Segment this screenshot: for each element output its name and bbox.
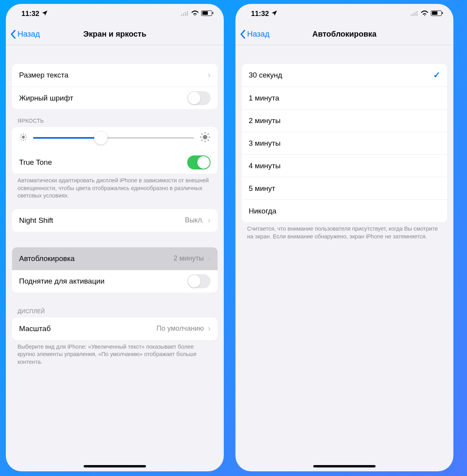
text-group: Размер текста › Жирный шрифт — [12, 64, 218, 109]
true-tone-toggle[interactable] — [187, 155, 211, 169]
zoom-group: Масштаб По умолчанию › — [12, 317, 218, 340]
auto-lock-row[interactable]: Автоблокировка 2 минуты › — [12, 247, 218, 270]
nav-bar: Назад Экран и яркость — [6, 23, 224, 45]
location-arrow-icon — [42, 10, 48, 18]
svg-line-9 — [21, 134, 21, 135]
autolock-option-label: Никогда — [249, 207, 276, 215]
autolock-option-label: 2 минуты — [249, 116, 281, 125]
true-tone-row: True Tone — [12, 151, 218, 174]
autolock-option[interactable]: 2 минуты — [242, 109, 447, 132]
brightness-slider-knob[interactable] — [94, 131, 107, 145]
brightness-header: ЯРКОСТЬ — [6, 109, 224, 127]
autolock-footer: Считается, что внимание пользователя при… — [235, 222, 453, 242]
raise-to-wake-row: Поднятие для активации — [12, 270, 218, 293]
brightness-group: True Tone — [12, 127, 218, 174]
nav-bar: Назад Автоблокировка — [235, 23, 453, 45]
status-time: 11:32 — [21, 10, 39, 18]
svg-line-10 — [25, 139, 26, 140]
phone-autolock: 11:32 Назад — [235, 4, 453, 471]
svg-point-13 — [203, 135, 207, 139]
svg-rect-25 — [416, 11, 418, 16]
raise-to-wake-toggle[interactable] — [187, 274, 211, 288]
back-label: Назад — [247, 30, 269, 39]
auto-lock-value: 2 минуты — [174, 254, 204, 263]
svg-rect-2 — [185, 12, 186, 16]
autolock-group: Автоблокировка 2 минуты › Поднятие для а… — [12, 247, 218, 293]
settings-content: Размер текста › Жирный шрифт ЯРКОСТЬ — [6, 45, 224, 471]
zoom-value: По умолчанию — [156, 324, 204, 333]
night-shift-value: Выкл. — [185, 216, 204, 224]
display-header: ДИСПЛЕЙ — [6, 293, 224, 317]
brightness-slider[interactable] — [33, 137, 194, 139]
chevron-left-icon — [240, 30, 246, 39]
svg-rect-0 — [181, 14, 182, 16]
svg-rect-1 — [183, 13, 184, 16]
autolock-option[interactable]: 1 минута — [242, 86, 447, 109]
chevron-right-icon: › — [208, 254, 211, 264]
chevron-right-icon: › — [208, 70, 211, 80]
autolock-option[interactable]: 30 секунд✓ — [242, 64, 447, 86]
home-indicator[interactable] — [313, 465, 376, 467]
svg-line-12 — [25, 134, 26, 135]
back-button[interactable]: Назад — [240, 30, 269, 39]
autolock-option-label: 1 минута — [249, 94, 279, 102]
wifi-icon — [191, 10, 199, 18]
checkmark-icon: ✓ — [433, 70, 440, 80]
status-time: 11:32 — [251, 10, 269, 18]
autolock-option[interactable]: 5 минут — [242, 177, 447, 199]
zoom-row[interactable]: Масштаб По умолчанию › — [12, 317, 218, 340]
home-indicator[interactable] — [84, 465, 146, 467]
back-label: Назад — [18, 30, 40, 39]
page-title: Автоблокировка — [313, 30, 377, 39]
location-arrow-icon — [271, 10, 277, 18]
text-size-row[interactable]: Размер текста › — [12, 64, 218, 86]
autolock-option[interactable]: 3 минуты — [242, 132, 447, 154]
cellular-icon — [411, 10, 418, 18]
svg-rect-24 — [414, 12, 416, 16]
bold-text-toggle[interactable] — [187, 91, 211, 105]
autolock-option[interactable]: Никогда — [242, 199, 447, 222]
autolock-option-label: 30 секунд — [249, 71, 282, 79]
phone-display-brightness: 11:32 Назад — [6, 4, 224, 471]
svg-rect-3 — [187, 11, 188, 16]
autolock-content: 30 секунд✓1 минута2 минуты3 минуты4 мину… — [235, 45, 453, 471]
sun-small-icon — [19, 133, 28, 143]
night-shift-label: Night Shift — [19, 216, 53, 225]
brightness-slider-row — [12, 127, 218, 151]
sun-large-icon — [200, 132, 211, 144]
svg-point-4 — [22, 136, 25, 138]
autolock-options-group: 30 секунд✓1 минута2 минуты3 минуты4 мину… — [242, 64, 447, 222]
text-size-label: Размер текста — [19, 71, 68, 79]
back-button[interactable]: Назад — [11, 30, 40, 39]
autolock-option-label: 3 минуты — [249, 139, 281, 148]
svg-line-20 — [202, 140, 202, 141]
true-tone-label: True Tone — [19, 158, 52, 167]
status-bar: 11:32 — [235, 4, 453, 23]
raise-to-wake-label: Поднятие для активации — [19, 277, 105, 286]
zoom-label: Масштаб — [19, 324, 51, 333]
battery-icon — [201, 10, 212, 18]
true-tone-footer: Автоматически адаптировать дисплей iPhon… — [6, 174, 224, 201]
night-shift-row[interactable]: Night Shift Выкл. › — [12, 209, 218, 232]
wifi-icon — [421, 10, 428, 18]
page-title: Экран и яркость — [83, 30, 146, 39]
status-bar: 11:32 — [6, 4, 224, 23]
auto-lock-label: Автоблокировка — [19, 254, 75, 263]
svg-line-18 — [202, 134, 202, 134]
cellular-icon — [181, 10, 189, 18]
svg-line-11 — [21, 139, 21, 140]
bold-text-label: Жирный шрифт — [19, 94, 73, 102]
autolock-option-label: 4 минуты — [249, 162, 281, 170]
bold-text-row: Жирный шрифт — [12, 86, 218, 109]
svg-rect-23 — [413, 13, 414, 16]
chevron-left-icon — [11, 30, 16, 39]
chevron-right-icon: › — [208, 215, 211, 226]
night-shift-group: Night Shift Выкл. › — [12, 209, 218, 232]
chevron-right-icon: › — [208, 324, 211, 334]
autolock-option-label: 5 минут — [249, 184, 275, 193]
battery-icon — [431, 10, 442, 18]
zoom-footer: Выберите вид для iPhone: «Увеличенный те… — [6, 340, 224, 368]
svg-rect-22 — [411, 14, 412, 16]
autolock-option[interactable]: 4 минуты — [242, 154, 447, 177]
svg-line-21 — [208, 134, 209, 134]
